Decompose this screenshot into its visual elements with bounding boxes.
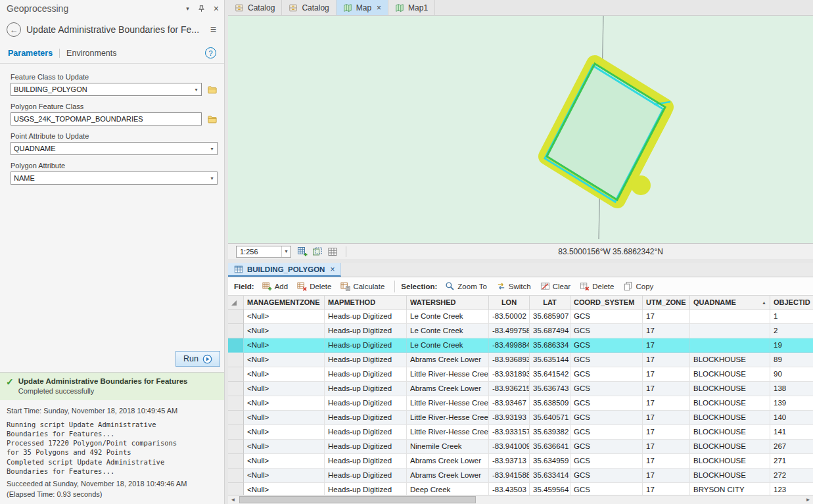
scrollbar-thumb[interactable]: [239, 496, 476, 503]
table-cell[interactable]: 35.687494: [530, 324, 570, 338]
column-header-watershed[interactable]: WATERSHED: [407, 296, 489, 309]
table-cell[interactable]: -83.93467: [489, 396, 530, 411]
table-cell[interactable]: Little River-Hesse Creek: [407, 396, 489, 411]
back-button[interactable]: ←: [7, 22, 21, 37]
table-cell[interactable]: 17: [643, 353, 690, 367]
table-cell[interactable]: Little River-Hesse Creek: [407, 367, 489, 382]
table-cell[interactable]: 17: [643, 338, 690, 353]
close-tab-icon[interactable]: ×: [377, 4, 381, 12]
chevron-down-icon[interactable]: ▾: [191, 87, 201, 93]
table-cell[interactable]: 17: [643, 411, 690, 425]
table-cell[interactable]: 35.685907: [530, 309, 570, 324]
table-cell[interactable]: 267: [770, 440, 813, 454]
table-cell[interactable]: Heads-up Digitized: [325, 309, 407, 324]
table-cell[interactable]: -83.499884: [489, 338, 530, 353]
view-tab-catalog[interactable]: Catalog: [228, 0, 282, 15]
table-row[interactable]: <Null>Heads-up DigitizedLittle River-Hes…: [228, 425, 813, 440]
table-cell[interactable]: <Null>: [244, 353, 325, 367]
table-row[interactable]: <Null>Heads-up DigitizedAbrams Creek Low…: [228, 454, 813, 469]
table-cell[interactable]: GCS: [570, 440, 643, 454]
selected-building-feature[interactable]: [544, 64, 670, 202]
table-cell[interactable]: 35.686334: [530, 338, 570, 353]
table-cell[interactable]: <Null>: [244, 396, 325, 411]
scroll-right-arrow-icon[interactable]: ►: [803, 497, 813, 503]
table-cell[interactable]: Heads-up Digitized: [325, 469, 407, 483]
table-cell[interactable]: <Null>: [244, 309, 325, 324]
add-field-button[interactable]: Add: [258, 279, 292, 293]
table-cell[interactable]: 35.638509: [530, 396, 570, 411]
row-selector[interactable]: [228, 425, 244, 440]
row-selector[interactable]: [228, 309, 244, 324]
table-cell[interactable]: BLOCKHOUSE: [690, 411, 770, 425]
table-cell[interactable]: Heads-up Digitized: [325, 425, 407, 440]
table-cell[interactable]: BLOCKHOUSE: [690, 353, 770, 367]
map-grid-icon[interactable]: [327, 246, 338, 257]
table-cell[interactable]: <Null>: [244, 454, 325, 469]
table-row[interactable]: <Null>Heads-up DigitizedLittle River-Hes…: [228, 411, 813, 425]
map-view[interactable]: [228, 16, 813, 243]
chevron-down-icon[interactable]: ▾: [207, 175, 217, 181]
table-cell[interactable]: Heads-up Digitized: [325, 324, 407, 338]
table-cell[interactable]: Ninemile Creek: [407, 440, 489, 454]
scrollbar-track[interactable]: [238, 495, 803, 504]
table-cell[interactable]: Little River-Hesse Creek: [407, 411, 489, 425]
polygon-attribute-combo[interactable]: NAME▾: [11, 172, 218, 185]
table-cell[interactable]: Heads-up Digitized: [325, 367, 407, 382]
row-selector[interactable]: [228, 367, 244, 382]
view-tab-map1[interactable]: Map1: [388, 0, 435, 15]
table-cell[interactable]: 35.634959: [530, 454, 570, 469]
table-cell[interactable]: [690, 324, 770, 338]
table-cell[interactable]: 17: [643, 309, 690, 324]
table-cell[interactable]: GCS: [570, 396, 643, 411]
table-cell[interactable]: 89: [770, 353, 813, 367]
table-cell[interactable]: Abrams Creek Lower: [407, 382, 489, 396]
delete-selection-button[interactable]: Delete: [576, 279, 618, 293]
table-tab-building-polygon[interactable]: BUILDING_POLYGON ×: [228, 263, 341, 277]
table-cell[interactable]: <Null>: [244, 382, 325, 396]
table-cell[interactable]: 17: [643, 454, 690, 469]
table-cell[interactable]: <Null>: [244, 469, 325, 483]
column-header-managementzone[interactable]: MANAGEMENTZONE: [244, 296, 325, 309]
table-cell[interactable]: Le Conte Creek: [407, 324, 489, 338]
row-selector[interactable]: [228, 440, 244, 454]
map-grid-swap-icon[interactable]: [312, 246, 323, 257]
table-cell[interactable]: 138: [770, 382, 813, 396]
help-icon[interactable]: ?: [205, 47, 216, 58]
table-cell[interactable]: <Null>: [244, 367, 325, 382]
table-cell[interactable]: 1: [770, 309, 813, 324]
table-cell[interactable]: Heads-up Digitized: [325, 382, 407, 396]
panel-options-caret-icon[interactable]: ▾: [186, 5, 189, 12]
row-selector[interactable]: [228, 382, 244, 396]
table-cell[interactable]: -83.499758: [489, 324, 530, 338]
calculate-field-button[interactable]: Calculate: [337, 279, 388, 293]
table-cell[interactable]: Heads-up Digitized: [325, 454, 407, 469]
table-row[interactable]: <Null>Heads-up DigitizedLe Conte Creek-8…: [228, 338, 813, 353]
point-attribute-to-update-combo[interactable]: QUADNAME▾: [11, 142, 218, 155]
folder-browse-icon[interactable]: [206, 84, 218, 95]
table-cell[interactable]: -83.936215: [489, 382, 530, 396]
table-cell[interactable]: <Null>: [244, 440, 325, 454]
table-row[interactable]: <Null>Heads-up DigitizedLittle River-Hes…: [228, 367, 813, 382]
row-selector[interactable]: [228, 396, 244, 411]
chevron-down-icon[interactable]: ▾: [207, 146, 217, 152]
table-cell[interactable]: 35.641542: [530, 367, 570, 382]
table-cell[interactable]: Abrams Creek Lower: [407, 454, 489, 469]
table-cell[interactable]: BLOCKHOUSE: [690, 382, 770, 396]
pin-icon[interactable]: [197, 4, 206, 14]
column-header-coord-system[interactable]: COORD_SYSTEM: [570, 296, 643, 309]
table-cell[interactable]: -83.93713: [489, 454, 530, 469]
map-canvas[interactable]: [228, 16, 813, 243]
table-cell[interactable]: 90: [770, 367, 813, 382]
scroll-left-arrow-icon[interactable]: ◄: [228, 497, 238, 503]
polygon-feature-class-input[interactable]: [11, 112, 202, 126]
table-cell[interactable]: 17: [643, 396, 690, 411]
table-row[interactable]: <Null>Heads-up DigitizedLe Conte Creek-8…: [228, 324, 813, 338]
table-cell[interactable]: Le Conte Creek: [407, 338, 489, 353]
column-header-mapmethod[interactable]: MAPMETHOD: [325, 296, 407, 309]
table-row[interactable]: <Null>Heads-up DigitizedAbrams Creek Low…: [228, 382, 813, 396]
table-row[interactable]: <Null>Heads-up DigitizedAbrams Creek Low…: [228, 469, 813, 483]
close-panel-icon[interactable]: ×: [214, 4, 219, 13]
row-selector[interactable]: [228, 411, 244, 425]
table-cell[interactable]: -83.93193: [489, 411, 530, 425]
copy-selection-button[interactable]: Copy: [619, 279, 657, 293]
